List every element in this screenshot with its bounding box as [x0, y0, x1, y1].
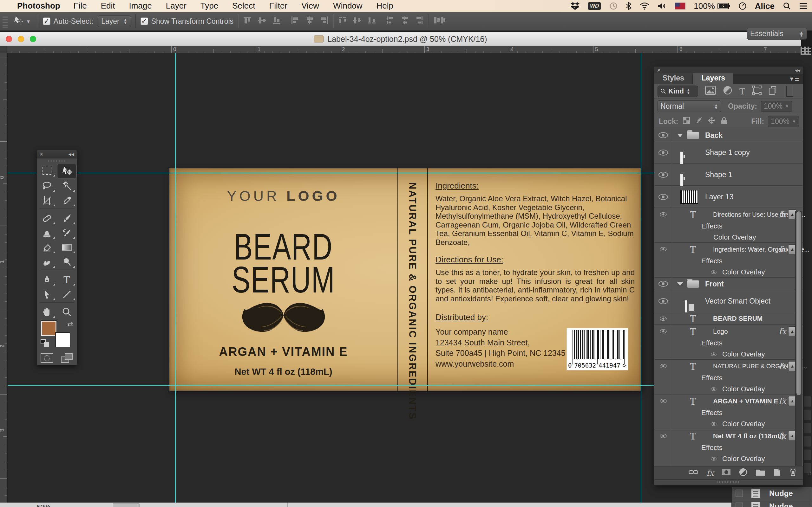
color-overlay-label[interactable]: Color Overlay — [722, 350, 765, 358]
auto-select-target-dropdown[interactable]: Layer ▲▼ — [98, 15, 131, 27]
lock-transparency-icon[interactable] — [682, 117, 690, 127]
align-horizontal-centers-icon[interactable] — [305, 16, 314, 26]
effects-label[interactable]: Effects — [701, 257, 722, 265]
distribute-left-edges-icon[interactable] — [386, 16, 395, 26]
effect-eye-icon[interactable] — [711, 422, 716, 426]
add-layer-mask-icon[interactable] — [722, 469, 731, 477]
visibility-eye-icon[interactable] — [660, 434, 667, 438]
align-bottom-edges-icon[interactable] — [272, 16, 281, 26]
visibility-eye-icon[interactable] — [660, 212, 667, 217]
action-row-nudge[interactable]: Nudge — [732, 487, 812, 500]
link-layers-icon[interactable] — [689, 469, 698, 477]
layer-name[interactable]: Layer 13 — [705, 193, 734, 201]
filter-adjustment-layers-icon[interactable] — [723, 86, 732, 97]
align-right-edges-icon[interactable] — [320, 16, 328, 26]
bluetooth-icon[interactable] — [626, 2, 631, 10]
tab-layers[interactable]: Layers — [693, 73, 733, 83]
filter-kind-dropdown[interactable]: Kind ▲▼ — [658, 86, 698, 97]
dropbox-icon[interactable] — [571, 2, 579, 10]
layer-row-natural[interactable]: NATURAL PURE & ORGANIC IN... — [654, 360, 803, 372]
screen-mode-button[interactable] — [61, 353, 73, 363]
add-layer-style-icon[interactable]: fx — [706, 468, 714, 477]
effect-eye-icon[interactable] — [711, 457, 716, 460]
hand-tool[interactable] — [37, 305, 57, 320]
shape-layer-thumbnail[interactable] — [680, 174, 681, 183]
layer-row-vector-smart-object[interactable]: Vector Smart Object — [654, 290, 803, 312]
color-overlay-row[interactable]: Color Overlay — [654, 418, 803, 429]
blend-mode-dropdown[interactable]: Normal ▲▼ — [658, 101, 721, 112]
effects-row[interactable]: Effects — [654, 337, 803, 349]
menu-item-file[interactable]: File — [73, 1, 87, 11]
smart-object-thumbnail[interactable] — [685, 300, 686, 310]
user-menu-label[interactable]: Alice — [755, 1, 774, 11]
gradient-tool[interactable] — [57, 240, 77, 255]
filter-smart-objects-icon[interactable] — [768, 86, 778, 97]
label-artwork[interactable]: YOUR LOGO BEARD SERUM ARGAN + VITAMIN E … — [169, 168, 641, 391]
layers-scrollbar[interactable] — [795, 211, 802, 466]
layer-name[interactable]: Shape 1 — [705, 170, 732, 179]
visibility-eye-icon[interactable] — [658, 298, 668, 304]
effect-eye-icon[interactable] — [711, 352, 716, 356]
panel-close-icon[interactable]: ✕ — [657, 67, 661, 73]
smudge-tool[interactable] — [37, 255, 57, 269]
healing-brush-tool[interactable] — [37, 211, 57, 226]
layer-name[interactable]: Net WT 4 fl oz (118mL) — [713, 432, 784, 440]
wifi-icon[interactable] — [640, 2, 649, 10]
spotlight-search-icon[interactable] — [783, 2, 791, 10]
history-brush-tool[interactable] — [57, 226, 77, 240]
auto-align-layers-icon[interactable] — [433, 16, 446, 26]
volume-icon[interactable] — [658, 2, 666, 10]
opacity-value[interactable]: 100%▼ — [761, 101, 792, 112]
guide-horizontal-top[interactable] — [8, 173, 655, 173]
visibility-eye-icon[interactable] — [660, 399, 667, 403]
layer-row-directions[interactable]: Directions for Use: Use this as ... — [654, 208, 803, 221]
new-layer-icon[interactable] — [773, 468, 781, 478]
magic-wand-tool[interactable] — [57, 179, 77, 193]
pen-tool[interactable] — [37, 273, 57, 287]
tools-grip[interactable] — [37, 158, 77, 164]
align-top-edges-icon[interactable] — [243, 16, 252, 26]
delete-layer-icon[interactable] — [789, 468, 797, 478]
eyedropper-tool[interactable] — [57, 193, 77, 208]
visibility-eye-icon[interactable] — [658, 194, 668, 200]
clone-stamp-tool[interactable] — [37, 226, 57, 240]
effect-eye-icon[interactable] — [711, 387, 716, 391]
menu-item-layer[interactable]: Layer — [166, 1, 187, 11]
filter-type-layers-icon[interactable]: T — [740, 86, 745, 97]
menu-item-help[interactable]: Help — [376, 1, 393, 11]
action-row-nudge[interactable]: Nudge — [732, 500, 812, 507]
action-name[interactable]: Nudge — [769, 502, 793, 507]
battery-icon[interactable] — [717, 3, 730, 9]
effects-row[interactable]: Effects — [654, 407, 803, 418]
visibility-eye-icon[interactable] — [660, 316, 667, 321]
fill-value[interactable]: 100%▼ — [768, 116, 799, 127]
panel-menu-icon[interactable]: ▼☰ — [789, 75, 800, 82]
brush-tool[interactable] — [57, 211, 77, 226]
effects-row[interactable]: Effects — [654, 256, 803, 267]
background-color-swatch[interactable] — [55, 332, 70, 347]
color-overlay-label[interactable]: Color Overlay — [722, 268, 765, 276]
layer-name[interactable]: Shape 1 copy — [705, 148, 750, 157]
menu-app-name[interactable]: Photoshop — [17, 1, 60, 11]
distribute-horizontal-centers-icon[interactable] — [400, 16, 409, 26]
layer-row-ingredients[interactable]: Ingredients: Water, Organic Aloe... — [654, 243, 803, 256]
layer-row-layer13[interactable]: Layer 13 — [654, 186, 803, 208]
distribute-right-edges-icon[interactable] — [415, 16, 424, 26]
visibility-eye-icon[interactable] — [658, 132, 668, 138]
color-overlay-row[interactable]: Color Overlay — [654, 453, 803, 464]
menu-item-image[interactable]: Image — [129, 1, 152, 11]
lock-pixels-icon[interactable] — [695, 117, 703, 127]
effect-eye-icon[interactable] — [711, 270, 716, 274]
effects-row[interactable]: Effects — [654, 372, 803, 384]
workspace-dropdown[interactable]: Essentials ▲▼ — [747, 28, 807, 40]
visibility-eye-icon[interactable] — [660, 247, 667, 251]
lock-all-icon[interactable] — [721, 117, 728, 127]
layer-row-shape1[interactable]: Shape 1 — [654, 164, 803, 186]
color-overlay-label[interactable]: Color Overlay — [722, 455, 765, 463]
vertical-ruler[interactable] — [0, 53, 7, 503]
tab-styles[interactable]: Styles — [654, 73, 693, 83]
shape-layer-thumbnail[interactable] — [680, 152, 681, 161]
effects-row[interactable]: Effects — [654, 221, 803, 232]
ruler-corner[interactable] — [0, 46, 7, 53]
quick-mask-button[interactable] — [41, 353, 53, 363]
